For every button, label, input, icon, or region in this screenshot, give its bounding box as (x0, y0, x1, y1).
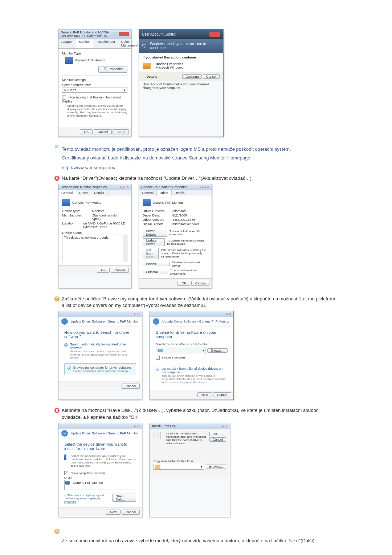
folder-icon (158, 349, 163, 352)
wizard-title: Update Driver Software - Generic PnP Mon… (71, 320, 138, 323)
cert-note-1: Tento ovladač monitoru je certifikován, … (62, 146, 291, 153)
cancel-button[interactable]: Cancel (94, 129, 112, 134)
tab-adapter[interactable]: Adapter (58, 39, 76, 48)
have-disk-button[interactable]: Have Disk... (112, 494, 136, 502)
tab-general[interactable]: General (58, 190, 76, 196)
close-icon[interactable]: ⊟ ⊡ ✕ (200, 185, 209, 189)
signing-link[interactable]: Tell me why driver signing is important (64, 497, 112, 503)
samsung-link[interactable]: http://www.samsung.com/ (62, 164, 291, 171)
uninstall-button[interactable]: Uninstall (143, 270, 168, 274)
browse-button[interactable]: Browse... (206, 465, 226, 469)
hide-modes-label: Hide modes that this monitor cannot disp… (62, 96, 121, 103)
tabs: Adapter Monitor Troubleshoot Color Manag… (58, 39, 131, 49)
devstatus-label: Device status (62, 231, 127, 235)
driver-details-desc: To view details about the driver files. (170, 230, 208, 236)
show-compatible-label: Show compatible hardware (71, 471, 106, 475)
model-item: Generic PnP Monitor (73, 481, 103, 485)
note-icon: ✕ (54, 144, 60, 150)
path-combo[interactable]: ▾ (156, 347, 206, 354)
close-icon[interactable]: ⊡ ✕ (225, 312, 231, 316)
cancel-button[interactable]: Cancel (122, 510, 140, 515)
monitor-settings-label: Monitor Settings (62, 78, 127, 82)
option-browse[interactable]: Browse my computer for driver software L… (68, 366, 133, 373)
close-icon[interactable]: ⊡ ✕ (134, 424, 140, 428)
wizard-title: Update Driver Software - Generic PnP Mon… (71, 432, 138, 435)
copy-path-combo[interactable]: ▾ (154, 464, 204, 470)
ok-button[interactable]: OK (80, 129, 93, 134)
cancel-button[interactable]: Cancel (111, 268, 129, 273)
tab-monitor[interactable]: Monitor (76, 39, 93, 48)
update-driver-button[interactable]: Update Driver... (143, 238, 165, 246)
tab-general[interactable]: General (139, 190, 157, 196)
search-label: Search for driver software in this locat… (156, 343, 228, 346)
select-hint: Select the manufacturer and model of you… (71, 454, 136, 467)
tab-details[interactable]: Details (91, 190, 107, 196)
step-8-text: Klepněte na možnost "Have Disk…"(Z diske… (62, 407, 338, 420)
refresh-rate-select[interactable]: 60 Hertz ▾ (62, 88, 127, 93)
select-title: Select the device driver you want to ins… (64, 442, 136, 451)
ok-button[interactable]: OK (177, 281, 190, 286)
include-subfolders-label: Include subfolders (162, 356, 186, 359)
window-title: Install From Disk (152, 424, 176, 428)
cancel-button[interactable]: Cancel (203, 74, 220, 79)
include-subfolders-checkbox[interactable] (156, 356, 160, 360)
cancel-button[interactable]: Cancel (191, 281, 209, 286)
ok-button[interactable]: OK (97, 268, 110, 273)
close-icon[interactable]: ⊡ ✕ (134, 312, 140, 316)
update-wizard-search-dialog: ⊡ ✕ ← Update Driver Software - Generic P… (58, 311, 142, 400)
model-list[interactable]: Generic PnP Monitor (64, 480, 136, 490)
device-props-driver-dialog: Generic PnP Monitor Properties ⊟ ⊡ ✕ Gen… (139, 184, 212, 288)
minimize-icon[interactable] (111, 32, 118, 36)
back-button[interactable]: ← (153, 318, 159, 325)
uac-titlebar: User Account Control (139, 29, 223, 39)
window-title: Generic PnP Monitor and NVIDIA GeForce 6… (61, 31, 111, 38)
ok-button[interactable]: OK (209, 432, 226, 436)
option-browse-desc: Locate and install driver software manua… (73, 369, 131, 373)
close-icon[interactable]: ⊟ ⊡ ✕ (120, 185, 129, 189)
next-button[interactable]: Next (197, 392, 212, 397)
next-button[interactable]: Next (106, 510, 121, 515)
monitor-type-label: Monitor Type (62, 52, 127, 55)
option-pick-from-list[interactable]: Let me pick from a list of device driver… (156, 367, 228, 384)
close-icon[interactable]: ⊡ ✕ (222, 424, 228, 428)
tab-troubleshoot[interactable]: Troubleshoot (93, 39, 118, 48)
uac-started-label: If you started this action, continue. (143, 56, 220, 59)
tab-driver[interactable]: Driver (76, 190, 91, 196)
disable-button[interactable]: Disable (143, 262, 170, 266)
close-icon[interactable] (119, 32, 129, 36)
rollback-driver-desc: If the device fails after updating the d… (161, 248, 208, 258)
monitor-properties-dialog: Generic PnP Monitor and NVIDIA GeForce 6… (58, 29, 131, 137)
cancel-button[interactable]: Cancel (213, 392, 231, 397)
browse-button[interactable]: Browse... (207, 348, 228, 353)
monitor-icon (62, 199, 70, 206)
browse-title: Browse for driver software on your compu… (156, 330, 228, 339)
properties-button[interactable]: 🛡 Properties (98, 66, 127, 73)
option-auto-desc: Windows will search your computer and th… (70, 350, 136, 360)
wizard-question: How do you want to search for driver sof… (64, 330, 136, 339)
driver-details-button[interactable]: Driver Details (143, 229, 167, 237)
cancel-button[interactable]: Cancel (209, 437, 226, 442)
option-auto-search[interactable]: Search automatically for updated driver … (64, 343, 136, 360)
close-icon[interactable] (209, 32, 220, 37)
date-label: Driver Date: (143, 214, 168, 217)
step-9-badge: 9 (54, 529, 60, 534)
continue-button[interactable]: Continue (182, 74, 202, 79)
hide-modes-checkbox[interactable] (62, 96, 66, 100)
back-button[interactable]: ← (61, 430, 68, 437)
cancel-button[interactable]: Cancel (122, 384, 140, 389)
tab-driver[interactable]: Driver (157, 190, 172, 196)
uac-appname: Device Properties (156, 62, 183, 66)
back-button[interactable]: ← (61, 318, 68, 325)
rollback-driver-button[interactable]: Roll Back Driver (143, 248, 159, 259)
provider-label: Driver Provider: (143, 209, 168, 213)
apply-button[interactable]: Apply (113, 129, 129, 134)
details-toggle[interactable]: Details (147, 75, 158, 78)
update-driver-desc: To update the driver software for this d… (167, 239, 208, 246)
tab-details[interactable]: Details (172, 190, 188, 196)
chevron-down-icon: ▾ (203, 349, 204, 352)
show-compatible-checkbox[interactable] (64, 471, 68, 475)
manuf-label: Manufacturer: (62, 214, 87, 221)
scrollbar[interactable] (123, 235, 127, 262)
select-driver-dialog: ⊡ ✕ ← Update Driver Software - Generic P… (58, 423, 142, 517)
step-6-text: Na kartě "Driver"(Ovladač) klepněte na m… (62, 175, 253, 182)
